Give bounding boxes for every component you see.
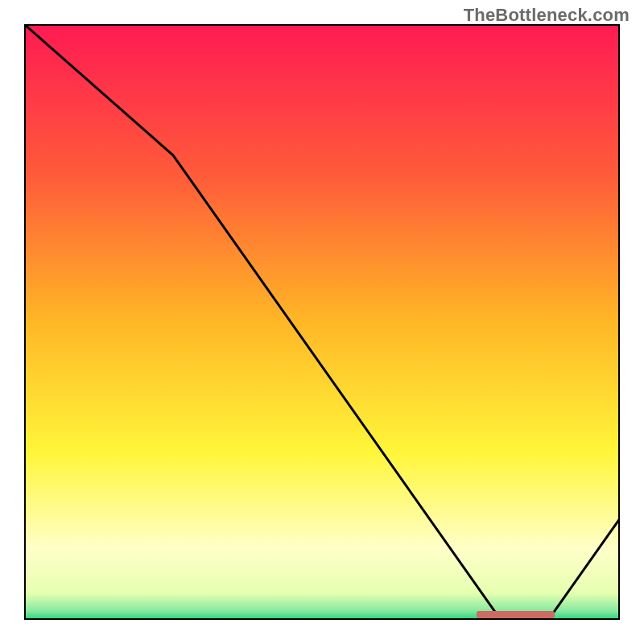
bottleneck-curve <box>24 24 620 620</box>
plot-area <box>24 24 620 620</box>
watermark-text: TheBottleneck.com <box>464 5 630 26</box>
chart-container: TheBottleneck.com <box>0 0 644 644</box>
optimal-range-marker <box>477 611 554 618</box>
